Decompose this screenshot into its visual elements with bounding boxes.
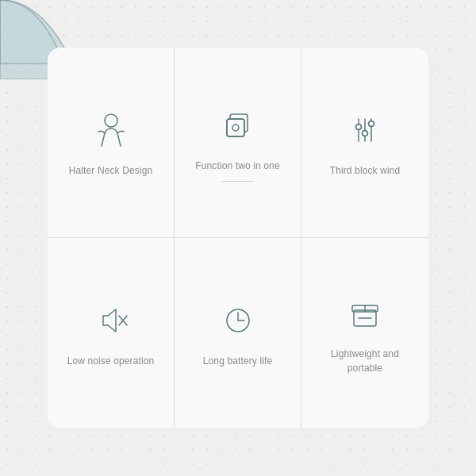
person-icon — [89, 108, 133, 152]
mute-icon — [89, 298, 133, 343]
svg-rect-2 — [227, 119, 244, 136]
lightweight-label: Lightweight and portable — [317, 347, 413, 375]
feature-function-two: Function two in one — [175, 48, 301, 238]
low-noise-label: Low noise operation — [67, 354, 155, 368]
box-icon — [343, 291, 387, 336]
feature-long-battery: Long battery life — [175, 238, 301, 428]
cell-divider — [222, 181, 254, 182]
halter-neck-label: Halter Neck Design — [69, 163, 153, 178]
clock-icon — [216, 298, 260, 343]
feature-lightweight: Lightweight and portable — [301, 238, 428, 428]
third-block-label: Third block wind — [330, 163, 401, 178]
sliders-icon — [343, 108, 387, 152]
feature-third-block: Third block wind — [301, 48, 428, 238]
feature-low-noise: Low noise operation — [48, 238, 175, 428]
svg-point-0 — [105, 114, 117, 127]
cards-icon — [216, 103, 260, 148]
feature-halter-neck: Halter Neck Design — [48, 48, 175, 238]
features-card: Halter Neck Design Function two in one — [48, 48, 428, 428]
function-two-label: Function two in one — [195, 159, 279, 173]
long-battery-label: Long battery life — [203, 354, 272, 368]
